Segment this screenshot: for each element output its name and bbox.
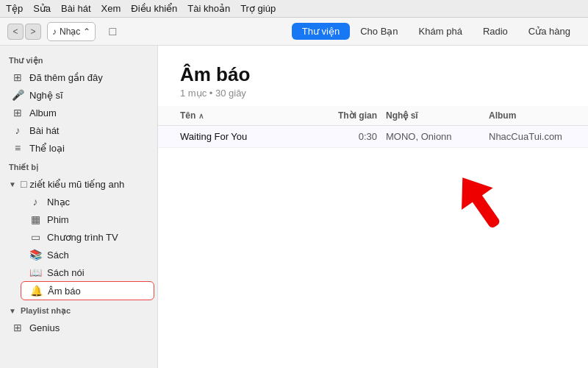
nav-bar: < > ♪ Nhạc ⌃ □ Thư viện Cho Bạn Khám phá… bbox=[0, 18, 588, 46]
mic-icon: 🎤 bbox=[12, 89, 24, 101]
forward-button[interactable]: > bbox=[25, 24, 41, 40]
cell-song-name: Waiting For You bbox=[180, 131, 334, 142]
genius-icon: ⊞ bbox=[12, 322, 24, 333]
tab-kham-pha[interactable]: Khám phá bbox=[409, 23, 473, 40]
menu-xem[interactable]: Xem bbox=[101, 3, 121, 14]
tab-thu-vien[interactable]: Thư viện bbox=[292, 23, 350, 40]
annotation-arrow bbox=[437, 171, 533, 252]
sidebar-label-device-movies: Phim bbox=[47, 214, 69, 225]
grid-icon: ⊞ bbox=[12, 71, 24, 83]
menu-taikhoan[interactable]: Tài khoản bbox=[187, 3, 230, 14]
main-layout: Thư viện ⊞ Đã thêm gần đây 🎤 Nghệ sĩ ⊞ A… bbox=[0, 46, 588, 368]
library-section-title: Thư viện bbox=[0, 50, 157, 68]
sidebar-item-genres[interactable]: ≡ Thể loại bbox=[3, 139, 154, 157]
sidebar-label-recently-added: Đã thêm gần đây bbox=[29, 72, 103, 83]
nav-arrows: < > bbox=[7, 24, 41, 40]
sidebar-label-genres: Thể loại bbox=[29, 143, 65, 154]
playlist-section: ▼ Playlist nhạc ⊞ Genius bbox=[0, 303, 157, 336]
device-books-icon: 📚 bbox=[29, 249, 41, 261]
sidebar-item-device-tones[interactable]: 🔔 Âm báo bbox=[21, 281, 154, 300]
sidebar-item-recently-added[interactable]: ⊞ Đã thêm gần đây bbox=[3, 68, 154, 86]
sidebar-item-albums[interactable]: ⊞ Album bbox=[3, 104, 154, 121]
device-music-icon: ♪ bbox=[29, 196, 41, 208]
menu-trogiup[interactable]: Trợ giúp bbox=[240, 3, 276, 14]
sidebar-label-albums: Album bbox=[29, 107, 57, 118]
device-audiobooks-icon: 📖 bbox=[29, 266, 41, 278]
device-tv-icon: ▭ bbox=[29, 231, 41, 243]
device-movies-icon: ▦ bbox=[29, 213, 41, 225]
content-area: Âm báo 1 mục • 30 giây Tên ∧ Thời gian N… bbox=[158, 46, 588, 368]
table-header: Tên ∧ Thời gian Nghệ sĩ Album bbox=[158, 106, 588, 126]
sidebar-item-device-audiobooks[interactable]: 📖 Sách nói bbox=[21, 263, 154, 281]
sidebar-label-artists: Nghệ sĩ bbox=[29, 90, 63, 101]
content-title: Âm báo bbox=[180, 63, 566, 86]
sidebar-label-device-music: Nhạc bbox=[47, 197, 70, 208]
sort-arrow-icon: ∧ bbox=[198, 112, 204, 120]
device-children: ♪ Nhạc ▦ Phim ▭ Chương trình TV 📚 Sách 📖… bbox=[0, 193, 157, 300]
sidebar-label-genius: Genius bbox=[29, 322, 60, 333]
device-tree-item[interactable]: ▼ □ ziết kiểu mũ tiếng anh bbox=[0, 175, 157, 193]
sidebar-label-device-audiobooks: Sách nói bbox=[47, 267, 85, 278]
menu-bar: const pd = JSON.parse(document.getElemen… bbox=[0, 0, 588, 18]
sidebar-item-songs[interactable]: ♪ Bài hát bbox=[3, 121, 154, 139]
genre-icon: ≡ bbox=[12, 142, 24, 154]
menu-sua[interactable]: Sửa bbox=[33, 3, 51, 14]
sidebar-item-device-movies[interactable]: ▦ Phim bbox=[21, 210, 154, 228]
device-section-title: Thiết bị bbox=[0, 157, 157, 175]
tab-cho-ban[interactable]: Cho Bạn bbox=[350, 23, 408, 40]
svg-rect-0 bbox=[462, 180, 501, 230]
sidebar-label-device-tones: Âm báo bbox=[48, 286, 81, 297]
col-header-duration[interactable]: Thời gian bbox=[334, 110, 386, 121]
col-header-name[interactable]: Tên ∧ bbox=[180, 110, 334, 121]
content-subtitle: 1 mục • 30 giây bbox=[180, 88, 566, 99]
content-header: Âm báo 1 mục • 30 giây bbox=[158, 46, 588, 106]
sidebar-label-songs: Bài hát bbox=[29, 125, 59, 136]
menu-dieukien[interactable]: Điều khiển bbox=[131, 3, 177, 14]
dropdown-label: Nhạc bbox=[60, 26, 80, 37]
album-icon: ⊞ bbox=[12, 107, 24, 118]
back-button[interactable]: < bbox=[7, 24, 24, 40]
nav-tabs: Thư viện Cho Bạn Khám phá Radio Cửa hàng bbox=[292, 23, 581, 40]
sidebar: Thư viện ⊞ Đã thêm gần đây 🎤 Nghệ sĩ ⊞ A… bbox=[0, 46, 158, 368]
col-header-album[interactable]: Album bbox=[489, 110, 566, 121]
sidebar-label-device-books: Sách bbox=[47, 250, 69, 261]
device-phone-icon: □ bbox=[21, 178, 26, 190]
tree-collapse-icon: ▼ bbox=[9, 180, 16, 188]
cell-song-artist: MONO, Onionn bbox=[386, 131, 489, 142]
mobile-device-icon: □ bbox=[104, 24, 121, 40]
sidebar-item-artists[interactable]: 🎤 Nghệ sĩ bbox=[3, 86, 154, 104]
dropdown-arrow-icon: ⌃ bbox=[83, 26, 90, 37]
sidebar-label-device-tv: Chương trình TV bbox=[47, 232, 118, 243]
svg-marker-1 bbox=[447, 171, 493, 210]
playlist-section-title: Playlist nhạc bbox=[21, 306, 71, 316]
playlist-toggle-arrow-icon: ▼ bbox=[9, 307, 16, 315]
cell-song-album: NhacCuaTui.com bbox=[489, 131, 566, 142]
tab-cua-hang[interactable]: Cửa hàng bbox=[518, 23, 581, 40]
device-tones-icon: 🔔 bbox=[30, 285, 42, 297]
table-row[interactable]: Waiting For You 0:30 MONO, Onionn NhacCu… bbox=[158, 126, 588, 148]
menu-baihat[interactable]: Bài hát bbox=[61, 3, 90, 14]
menu-tep[interactable]: Tệp bbox=[6, 3, 23, 14]
cell-song-duration: 0:30 bbox=[334, 131, 386, 142]
playlist-toggle[interactable]: ▼ Playlist nhạc bbox=[0, 303, 157, 319]
sidebar-item-device-tv[interactable]: ▭ Chương trình TV bbox=[21, 228, 154, 246]
device-name-label: ziết kiểu mũ tiếng anh bbox=[29, 179, 124, 190]
sidebar-item-device-books[interactable]: 📚 Sách bbox=[21, 246, 154, 263]
note-icon: ♪ bbox=[12, 124, 24, 136]
tab-radio[interactable]: Radio bbox=[473, 23, 518, 40]
col-header-artist[interactable]: Nghệ sĩ bbox=[386, 110, 489, 121]
sidebar-item-genius[interactable]: ⊞ Genius bbox=[3, 319, 154, 336]
sidebar-item-device-music[interactable]: ♪ Nhạc bbox=[21, 193, 154, 210]
music-note-icon: ♪ bbox=[52, 26, 57, 37]
library-dropdown[interactable]: ♪ Nhạc ⌃ bbox=[47, 22, 96, 41]
